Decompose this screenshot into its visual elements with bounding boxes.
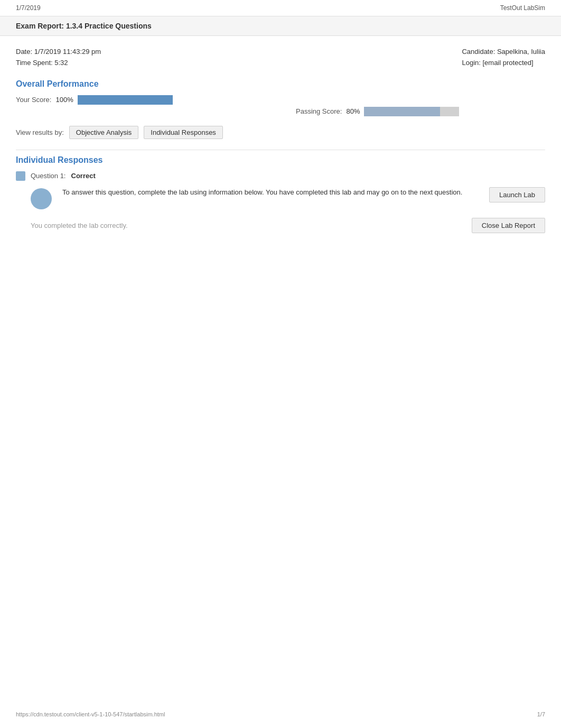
passing-bar-container: [364, 107, 459, 116]
objective-analysis-btn[interactable]: Objective Analysis: [69, 126, 139, 139]
login-label: Login: [email protected]: [462, 58, 545, 69]
exam-header: Exam Report: 1.3.4 Practice Questions: [0, 16, 561, 36]
footer: https://cdn.testout.com/client-v5-1-10-5…: [16, 711, 545, 717]
close-lab-report-btn[interactable]: Close Lab Report: [472, 218, 545, 233]
question-icon-large: [31, 188, 52, 209]
your-score-line: Your Score: 100%: [16, 95, 545, 105]
top-bar-date: 1/7/2019: [16, 4, 41, 12]
your-score-value: 100%: [55, 96, 73, 104]
time-label: Time Spent: 5:32: [16, 58, 101, 69]
top-bar-appname: TestOut LabSim: [500, 4, 545, 12]
question-body: To answer this question, complete the la…: [31, 187, 545, 209]
candidate-label: Candidate: Sapelkina, Iuliia: [462, 47, 545, 58]
passing-score-label: Passing Score:: [296, 107, 342, 115]
completion-text: You completed the lab correctly.: [31, 222, 128, 229]
main-content: Date: 1/7/2019 11:43:29 pm Time Spent: 5…: [0, 36, 561, 254]
question-icon: [16, 171, 25, 181]
your-score-label: Your Score:: [16, 96, 51, 104]
question-text: To answer this question, complete the la…: [62, 187, 479, 209]
meta-right: Candidate: Sapelkina, Iuliia Login: [ema…: [462, 47, 545, 69]
question-row: Question 1: Correct: [16, 171, 545, 181]
question-result: Correct: [71, 172, 96, 180]
your-score-bar-container: [78, 95, 173, 105]
view-results-label: View results by:: [16, 128, 64, 136]
exam-title: Exam Report: 1.3.4 Practice Questions: [16, 22, 152, 30]
divider: [16, 150, 545, 150]
meta-row: Date: 1/7/2019 11:43:29 pm Time Spent: 5…: [16, 47, 545, 69]
overall-performance-title: Overall Performance: [16, 79, 545, 89]
footer-page: 1/7: [537, 711, 545, 717]
question-label: Question 1:: [31, 172, 66, 180]
individual-responses-btn[interactable]: Individual Responses: [144, 126, 223, 139]
passing-score-value: 80%: [346, 107, 360, 115]
date-label: Date: 1/7/2019 11:43:29 pm: [16, 47, 101, 58]
passing-bar-fill: [364, 107, 440, 116]
top-bar: 1/7/2019 TestOut LabSim: [0, 0, 561, 16]
passing-score-line: Passing Score: 80%: [296, 107, 545, 116]
view-results-row: View results by: Objective Analysis Indi…: [16, 126, 545, 139]
meta-left: Date: 1/7/2019 11:43:29 pm Time Spent: 5…: [16, 47, 101, 69]
footer-url: https://cdn.testout.com/client-v5-1-10-5…: [16, 711, 165, 717]
individual-responses-title: Individual Responses: [16, 155, 545, 165]
your-score-bar-fill: [78, 95, 173, 105]
completion-row: You completed the lab correctly. Close L…: [31, 218, 545, 233]
launch-lab-btn[interactable]: Launch Lab: [489, 187, 545, 202]
